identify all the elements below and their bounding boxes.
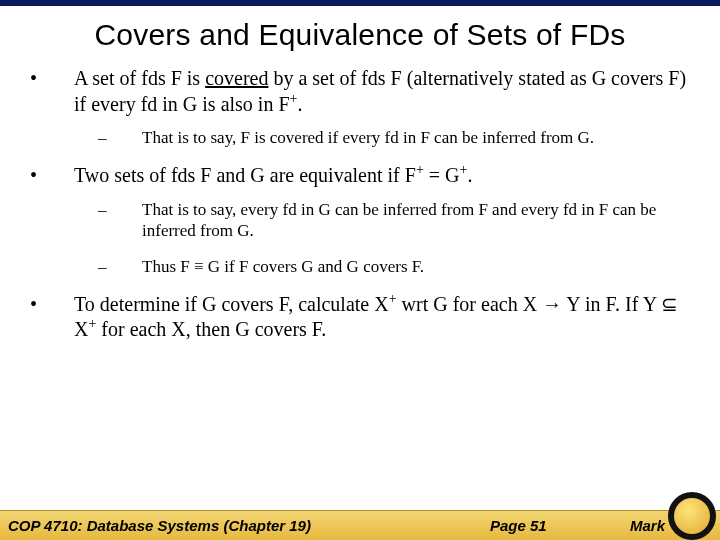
bullet-2-sub-1-text: That is to say, every fd in G can be inf… <box>142 199 694 243</box>
bullet-3: • To determine if G covers F, calculate … <box>26 292 694 343</box>
bullet-3-text: To determine if G covers F, calculate X+… <box>74 292 694 343</box>
sub-marker: – <box>98 127 142 149</box>
bullet-1-text: A set of fds F is covered by a set of fd… <box>74 66 694 117</box>
bullet-2: • Two sets of fds F and G are equivalent… <box>26 163 694 189</box>
bullet-2-sub-2-text: Thus F ≡ G if F covers G and G covers F. <box>142 256 694 278</box>
ucf-logo <box>668 492 716 540</box>
bullet-2-text: Two sets of fds F and G are equivalent i… <box>74 163 694 189</box>
footer-course: COP 4710: Database Systems (Chapter 19) <box>0 517 490 534</box>
bullet-1: • A set of fds F is covered by a set of … <box>26 66 694 117</box>
bullet-marker: • <box>26 292 74 343</box>
slide-content: • A set of fds F is covered by a set of … <box>0 60 720 343</box>
slide-title: Covers and Equivalence of Sets of FDs <box>0 6 720 60</box>
footer-bar: COP 4710: Database Systems (Chapter 19) … <box>0 510 720 540</box>
sub-marker: – <box>98 256 142 278</box>
bullet-1-sub-1: – That is to say, F is covered if every … <box>98 127 694 149</box>
bullet-1-sub-1-text: That is to say, F is covered if every fd… <box>142 127 694 149</box>
sub-marker: – <box>98 199 142 243</box>
footer-page: Page 51 <box>490 517 630 534</box>
bullet-2-sub-2: – Thus F ≡ G if F covers G and G covers … <box>98 256 694 278</box>
bullet-2-sub-1: – That is to say, every fd in G can be i… <box>98 199 694 243</box>
bullet-marker: • <box>26 163 74 189</box>
bullet-marker: • <box>26 66 74 117</box>
